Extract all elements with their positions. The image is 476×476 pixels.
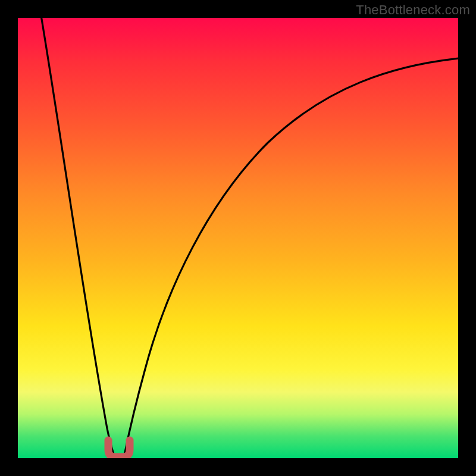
chart-frame: TheBottleneck.com <box>0 0 476 476</box>
curves-svg <box>18 18 458 458</box>
watermark-text: TheBottleneck.com <box>356 2 470 18</box>
left-branch-curve <box>40 18 115 458</box>
right-branch-curve <box>124 58 458 458</box>
plot-area <box>18 18 458 458</box>
low-point-marker <box>108 440 130 457</box>
